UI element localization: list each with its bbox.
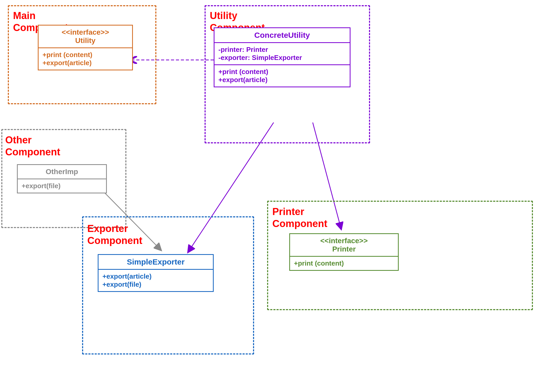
otherimp-class-name: OtherImp — [18, 165, 106, 179]
concrete-utility-class: ConcreteUtility -printer: Printer-export… — [214, 27, 350, 87]
otherimp-methods: +export(file) — [18, 179, 106, 193]
printer-interface-class: <<interface>>Printer +print (content) — [289, 233, 399, 271]
utility-interface-methods: +print (content)+export(article) — [39, 48, 132, 70]
utility-interface-class: <<interface>>Utility +print (content)+ex… — [38, 25, 133, 70]
printer-component-label: PrinterComponent — [272, 206, 327, 230]
simple-exporter-class: SimpleExporter +export(article)+export(f… — [98, 254, 214, 292]
printer-interface-methods: +print (content) — [290, 257, 398, 270]
simple-exporter-class-name: SimpleExporter — [99, 255, 213, 269]
concrete-utility-attributes: -printer: Printer-exporter: SimpleExport… — [214, 43, 350, 64]
concrete-utility-methods: +print (content)+export(article) — [214, 65, 350, 87]
exporter-component-label: ExporterComponent — [87, 223, 142, 247]
utility-interface-class-name: <<interface>>Utility — [39, 26, 132, 47]
simple-exporter-methods: +export(article)+export(file) — [99, 270, 213, 291]
printer-interface-class-name: <<interface>>Printer — [290, 234, 398, 256]
concrete-utility-class-name: ConcreteUtility — [214, 28, 350, 42]
otherimp-class: OtherImp +export(file) — [17, 164, 107, 193]
other-component-label: OtherComponent — [5, 134, 60, 158]
